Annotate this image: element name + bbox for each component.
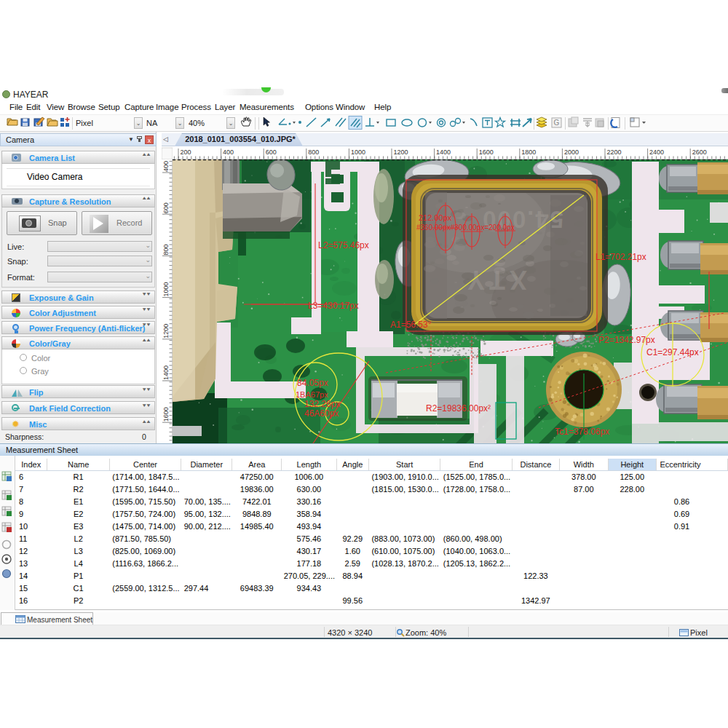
svg-text:46A60px: 46A60px <box>304 408 339 419</box>
svg-text:2200: 2200 <box>607 149 622 156</box>
svg-text:400: 400 <box>162 161 170 172</box>
svg-text:2400: 2400 <box>649 149 664 156</box>
svg-text:1800: 1800 <box>521 149 536 156</box>
svg-text:2600: 2600 <box>692 149 707 156</box>
svg-text:600: 600 <box>162 202 170 213</box>
svg-text:400: 400 <box>223 149 234 156</box>
svg-text:2000: 2000 <box>564 149 579 156</box>
svg-text:1200: 1200 <box>162 324 170 339</box>
svg-text:1000: 1000 <box>351 149 365 156</box>
svg-text:84.05px: 84.05px <box>297 378 328 388</box>
svg-text:A1=56.53°: A1=56.53° <box>390 320 432 330</box>
svg-text:G: G <box>554 119 560 127</box>
svg-text:200: 200 <box>181 149 191 156</box>
svg-text:1600: 1600 <box>479 149 494 156</box>
svg-text:1400: 1400 <box>436 149 451 156</box>
svg-text:L3=430.17px: L3=430.17px <box>308 301 359 311</box>
svg-text:132.26px: 132.26px <box>304 399 340 409</box>
svg-text:800: 800 <box>162 244 170 255</box>
svg-text:1400: 1400 <box>162 365 170 380</box>
svg-text:Tc1=378.06px: Tc1=378.06px <box>555 427 609 437</box>
svg-text:#360.00px#300.00px=200.0px: #360.00px#300.00px=200.0px <box>416 223 515 232</box>
svg-text:1600: 1600 <box>162 407 170 422</box>
svg-text:800: 800 <box>308 149 319 156</box>
svg-text:1000: 1000 <box>162 282 170 297</box>
svg-text:1BA67px: 1BA67px <box>296 390 328 399</box>
svg-text:R2=19836.00px²: R2=19836.00px² <box>426 403 491 414</box>
svg-text:212.00px: 212.00px <box>419 213 452 222</box>
svg-text:600: 600 <box>266 149 277 156</box>
svg-text:L1=702.21px: L1=702.21px <box>596 252 646 262</box>
svg-text:P2=1342.97px: P2=1342.97px <box>598 335 655 345</box>
svg-text:1200: 1200 <box>394 149 408 156</box>
svg-text:L2=575.46px: L2=575.46px <box>318 240 369 250</box>
svg-text:C1=297.44px: C1=297.44px <box>646 347 699 357</box>
